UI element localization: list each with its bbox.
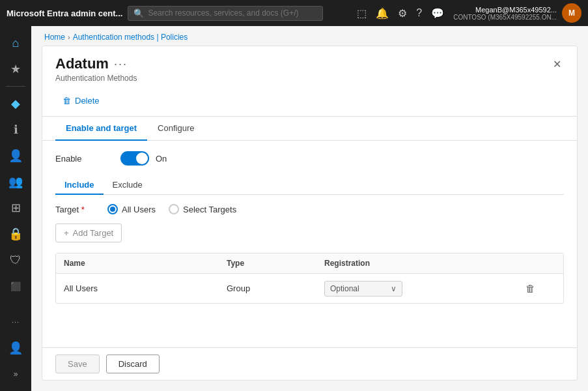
enable-toggle[interactable]: [120, 151, 149, 166]
feedback-icon[interactable]: 💬: [431, 7, 444, 20]
sidebar-item-entra[interactable]: ◆: [4, 92, 27, 115]
app-name: Microsoft Entra admin cent...: [7, 8, 122, 18]
radio-select-targets[interactable]: Select Targets: [169, 204, 236, 214]
delete-icon: 🗑: [63, 96, 71, 106]
table-header: Name Type Registration: [56, 253, 563, 274]
col-name: Name: [64, 259, 227, 268]
row-type: Group: [227, 283, 324, 293]
sidebar-item-apps[interactable]: ⬛: [4, 274, 27, 298]
radio-circle-all-users: [107, 204, 118, 214]
more-options-menu[interactable]: ···: [114, 57, 128, 71]
breadcrumb-sep-1: ›: [68, 33, 70, 41]
panel-body: Enable On Include Exclude: [42, 141, 577, 347]
table-row: All Users Group Optional ∨ 🗑: [56, 274, 563, 303]
search-box[interactable]: 🔍: [128, 6, 323, 21]
panel-header: Adatum ··· Authentication Methods ✕: [42, 46, 577, 88]
sub-tab-include[interactable]: Include: [55, 176, 104, 195]
discard-button[interactable]: Discard: [106, 355, 160, 373]
radio-circle-select-targets: [169, 204, 179, 214]
sidebar-divider-1: [6, 86, 25, 87]
toggle-container: On: [120, 151, 167, 166]
page-title: Adatum: [55, 55, 109, 72]
col-registration: Registration: [324, 259, 523, 268]
help-icon[interactable]: ?: [416, 7, 422, 19]
settings-icon[interactable]: ⚙: [398, 7, 407, 20]
row-delete-button[interactable]: 🗑: [523, 280, 555, 297]
avatar[interactable]: M: [562, 3, 581, 23]
search-input[interactable]: [148, 8, 317, 18]
sidebar-item-expand[interactable]: »: [4, 362, 27, 386]
main-layout: ⌂ ★ ◆ ℹ 👤 👥 ⊞ 🔒 🛡 ⬛ ··· 👤 » Home › Authe…: [0, 26, 588, 391]
sidebar-item-profile[interactable]: 👤: [4, 336, 27, 360]
sidebar-item-user[interactable]: 👤: [4, 144, 27, 167]
targets-table: Name Type Registration All Users Group O…: [55, 253, 564, 304]
sidebar-item-users[interactable]: 👥: [4, 170, 27, 194]
toolbar: 🗑 Delete: [42, 88, 577, 117]
breadcrumb-section[interactable]: Authentication methods | Policies: [73, 33, 188, 42]
portal-icon[interactable]: ⬚: [357, 7, 367, 20]
main-tabs: Enable and target Configure: [42, 117, 577, 141]
sub-tabs: Include Exclude: [55, 176, 564, 195]
content-area: Home › Authentication methods | Policies…: [31, 26, 588, 391]
user-menu[interactable]: MeganB@M365x49592... CONTOSO (M365X49592…: [453, 3, 581, 23]
sidebar-item-home[interactable]: ⌂: [4, 31, 27, 55]
target-radio-group: All Users Select Targets: [107, 204, 236, 214]
required-star: *: [81, 205, 85, 214]
user-org: CONTOSO (M365X49592255.ON...: [453, 14, 557, 21]
col-type: Type: [227, 259, 324, 268]
topbar: Microsoft Entra admin cent... 🔍 ⬚ 🔔 ⚙ ? …: [0, 0, 588, 26]
sidebar-item-favorites[interactable]: ★: [4, 57, 27, 81]
toggle-knob: [136, 152, 148, 164]
radio-all-users[interactable]: All Users: [107, 204, 156, 214]
delete-button[interactable]: 🗑 Delete: [55, 92, 107, 109]
sidebar-item-shield[interactable]: 🛡: [4, 248, 27, 272]
registration-dropdown[interactable]: Optional ∨: [324, 281, 402, 297]
add-target-icon: +: [64, 228, 69, 238]
row-name: All Users: [64, 283, 227, 293]
tab-configure[interactable]: Configure: [147, 117, 204, 141]
add-target-button[interactable]: + Add Target: [55, 224, 122, 242]
target-label: Target *: [55, 205, 94, 214]
sidebar-item-lock[interactable]: 🔒: [4, 222, 27, 246]
sidebar-item-more[interactable]: ···: [4, 310, 27, 334]
topbar-actions: ⬚ 🔔 ⚙ ? 💬 MeganB@M365x49592... CONTOSO (…: [357, 3, 581, 23]
panel-subtitle: Authentication Methods: [55, 74, 137, 83]
toggle-state-label: On: [156, 154, 167, 164]
bell-icon[interactable]: 🔔: [376, 7, 389, 20]
dropdown-arrow-icon: ∨: [391, 284, 397, 293]
breadcrumb: Home › Authentication methods | Policies: [31, 26, 588, 46]
sub-tab-exclude[interactable]: Exclude: [104, 176, 152, 195]
breadcrumb-home[interactable]: Home: [44, 33, 65, 42]
search-icon: 🔍: [133, 8, 144, 18]
enable-row: Enable On: [55, 151, 564, 166]
panel: Adatum ··· Authentication Methods ✕ 🗑 De…: [42, 46, 578, 381]
save-button[interactable]: Save: [55, 355, 100, 373]
sidebar-item-info[interactable]: ℹ: [4, 118, 27, 141]
close-button[interactable]: ✕: [550, 55, 564, 73]
sidebar-item-grid[interactable]: ⊞: [4, 196, 27, 220]
enable-label: Enable: [55, 154, 107, 164]
panel-footer: Save Discard: [42, 347, 577, 380]
tab-enable-target[interactable]: Enable and target: [55, 117, 147, 141]
sidebar: ⌂ ★ ◆ ℹ 👤 👥 ⊞ 🔒 🛡 ⬛ ··· 👤 »: [0, 26, 31, 391]
target-row: Target * All Users Select Targets: [55, 204, 564, 214]
user-name: MeganB@M365x49592...: [453, 6, 557, 14]
